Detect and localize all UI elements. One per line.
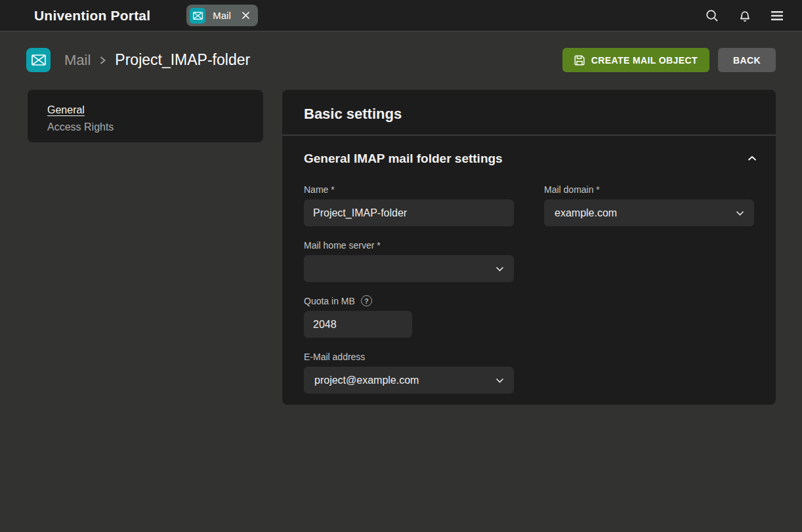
chevron-down-icon	[496, 266, 504, 272]
name-label: Name *	[304, 184, 514, 195]
email-address-select[interactable]: project@example.com	[304, 367, 514, 394]
quota-field: Quota in MB ?	[304, 295, 514, 338]
sidebar-item-access-rights[interactable]: Access Rights	[47, 119, 263, 136]
action-buttons: CREATE MAIL OBJECT BACK	[562, 48, 776, 72]
tab-mail-label: Mail	[213, 10, 231, 21]
close-icon[interactable]	[242, 11, 250, 20]
basic-settings-panel: Basic settings General IMAP mail folder …	[282, 90, 776, 405]
bell-icon[interactable]	[736, 7, 753, 24]
mail-home-server-label: Mail home server *	[304, 239, 514, 251]
quota-input[interactable]	[304, 311, 412, 338]
email-address-label: E-Mail address	[304, 351, 514, 362]
chevron-down-icon	[736, 211, 744, 216]
settings-nav-panel: General Access Rights	[28, 90, 263, 142]
mail-domain-value: example.com	[555, 207, 617, 219]
mail-home-server-field: Mail home server *	[304, 239, 514, 282]
email-address-field: E-Mail address project@example.com	[304, 351, 514, 394]
create-mail-object-label: CREATE MAIL OBJECT	[591, 55, 698, 66]
panel-title: Basic settings	[304, 106, 754, 123]
panel-header: Basic settings	[282, 90, 776, 134]
topbar-actions	[704, 7, 785, 24]
help-icon[interactable]: ?	[361, 295, 372, 306]
chevron-right-icon	[99, 54, 106, 66]
breadcrumb: Mail Project_IMAP-folder CREATE MAIL OBJ…	[0, 31, 802, 89]
imap-folder-form: Name * Mail domain * example.com Mail ho…	[282, 184, 776, 407]
breadcrumb-mail-link[interactable]: Mail	[64, 52, 91, 69]
back-label: BACK	[733, 55, 761, 66]
save-icon	[574, 55, 585, 66]
chevron-down-icon	[496, 378, 504, 383]
page-title: Project_IMAP-folder	[115, 51, 250, 69]
search-icon[interactable]	[704, 7, 721, 24]
mail-domain-field: Mail domain * example.com	[544, 184, 754, 226]
quota-label: Quota in MB	[304, 296, 355, 306]
chevron-up-icon[interactable]	[745, 153, 759, 164]
top-bar: Univention Portal Mail	[0, 0, 802, 31]
back-button[interactable]: BACK	[718, 48, 776, 72]
section-title: General IMAP mail folder settings	[304, 152, 503, 166]
mail-icon	[190, 8, 205, 24]
create-mail-object-button[interactable]: CREATE MAIL OBJECT	[562, 48, 709, 72]
mail-domain-select[interactable]: example.com	[544, 199, 754, 226]
section-header[interactable]: General IMAP mail folder settings	[282, 136, 776, 184]
name-input[interactable]	[304, 199, 514, 226]
app-title: Univention Portal	[34, 8, 150, 24]
mail-home-server-select[interactable]	[304, 255, 514, 282]
sidebar-item-general[interactable]: General	[47, 102, 263, 119]
email-address-value: project@example.com	[314, 375, 419, 386]
name-field: Name *	[304, 184, 514, 226]
mail-module-icon	[26, 48, 51, 72]
menu-icon[interactable]	[769, 9, 785, 22]
mail-domain-label: Mail domain *	[544, 184, 754, 195]
tab-mail[interactable]: Mail	[186, 5, 258, 26]
